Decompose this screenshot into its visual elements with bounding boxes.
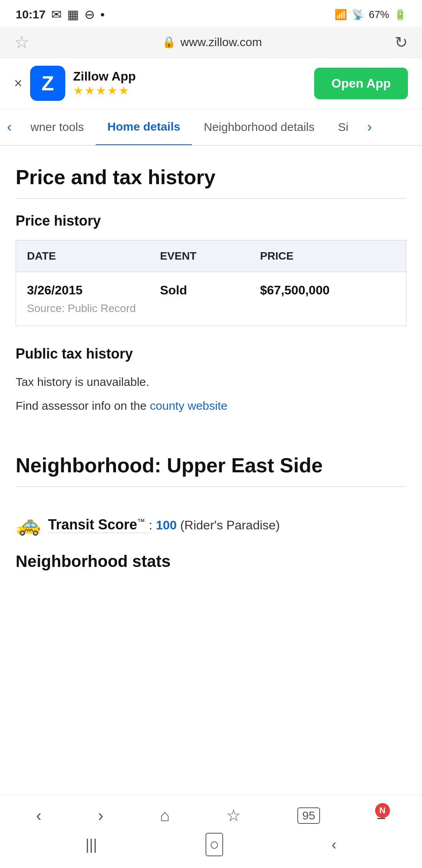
tax-history-section: Public tax history Tax history is unavai… xyxy=(16,346,406,414)
tab-home-details[interactable]: Home details xyxy=(96,109,192,146)
neighborhood-divider xyxy=(16,486,406,487)
nav-left-arrow[interactable]: ‹ xyxy=(0,119,19,135)
app-name: Zillow App xyxy=(73,69,136,84)
transit-score-value: 100 xyxy=(156,518,177,532)
battery-percent: 67% xyxy=(369,9,389,21)
transit-icon: 🚕 xyxy=(16,513,41,536)
nav-tabs: ‹ wner tools Home details Neighborhood d… xyxy=(0,109,422,146)
price-history-table: DATE EVENT PRICE 3/26/2015 Sold $67,500,… xyxy=(16,240,406,326)
tax-unavailable-text: Tax history is unavailable. xyxy=(16,373,406,391)
source-row: Source: Public Record xyxy=(16,300,406,326)
assessor-prefix: Find assessor info on the xyxy=(16,399,150,412)
battery-icon: 🔋 xyxy=(394,9,406,21)
status-left: 10:17 ✉ ▦ ⊖ • xyxy=(16,7,105,22)
open-app-button[interactable]: Open App xyxy=(314,68,408,99)
wifi-icon: 📶 xyxy=(334,9,347,21)
calendar-icon: ▦ xyxy=(67,7,79,22)
table-header-row: DATE EVENT PRICE xyxy=(16,240,406,272)
tab-owner-tools[interactable]: wner tools xyxy=(19,109,96,145)
refresh-icon[interactable]: ↻ xyxy=(395,33,408,51)
date-column-header: DATE xyxy=(16,240,149,272)
mail-icon: ✉ xyxy=(51,7,62,22)
price-tax-history-title: Price and tax history xyxy=(16,146,406,198)
county-website-link[interactable]: county website xyxy=(150,399,227,412)
date-cell: 3/26/2015 xyxy=(16,272,149,300)
event-cell: Sold xyxy=(149,272,249,300)
source-cell: Source: Public Record xyxy=(16,300,406,326)
neighborhood-title: Neighborhood: Upper East Side xyxy=(16,434,406,486)
transit-score-label: Transit Score™ : 100 (Rider's Paradise) xyxy=(48,516,280,533)
signal-icon: 📡 xyxy=(352,9,364,21)
app-stars: ★★★★★ xyxy=(73,84,136,97)
transit-label-text: Transit Score™ xyxy=(48,516,149,533)
transit-score-row: 🚕 Transit Score™ : 100 (Rider's Paradise… xyxy=(16,501,406,544)
dot-icon: • xyxy=(100,7,105,22)
app-banner: × Z Zillow App ★★★★★ Open App xyxy=(0,58,422,109)
lock-icon: 🔒 xyxy=(162,36,176,48)
bookmark-icon[interactable]: ☆ xyxy=(14,32,29,52)
section-divider xyxy=(16,198,406,199)
tax-assessor-text: Find assessor info on the county website xyxy=(16,397,406,414)
transit-score-description: (Rider's Paradise) xyxy=(180,518,280,532)
status-right: 📶 📡 67% 🔋 xyxy=(334,9,406,21)
url-text: www.zillow.com xyxy=(181,36,262,49)
nav-right-arrow[interactable]: › xyxy=(360,119,379,135)
price-cell: $67,500,000 xyxy=(249,272,406,300)
browser-bar: ☆ 🔒 www.zillow.com ↻ xyxy=(0,27,422,58)
price-column-header: PRICE xyxy=(249,240,406,272)
main-content: Price and tax history Price history DATE… xyxy=(0,146,422,653)
status-time: 10:17 xyxy=(16,8,46,21)
app-info: Zillow App ★★★★★ xyxy=(73,69,136,97)
close-banner-button[interactable]: × xyxy=(14,75,22,91)
table-row: 3/26/2015 Sold $67,500,000 xyxy=(16,272,406,300)
neighborhood-stats-title: Neighborhood stats xyxy=(16,544,406,575)
app-icon: Z xyxy=(30,66,65,101)
tab-si[interactable]: Si xyxy=(326,109,360,145)
price-history-subtitle: Price history xyxy=(16,213,406,229)
status-bar: 10:17 ✉ ▦ ⊖ • 📶 📡 67% 🔋 xyxy=(0,0,422,27)
minus-circle-icon: ⊖ xyxy=(84,7,95,22)
event-column-header: EVENT xyxy=(149,240,249,272)
url-bar[interactable]: 🔒 www.zillow.com xyxy=(29,36,395,49)
tab-neighborhood-details[interactable]: Neighborhood details xyxy=(192,109,326,145)
tax-history-title: Public tax history xyxy=(16,346,406,362)
app-banner-left: × Z Zillow App ★★★★★ xyxy=(14,66,136,101)
